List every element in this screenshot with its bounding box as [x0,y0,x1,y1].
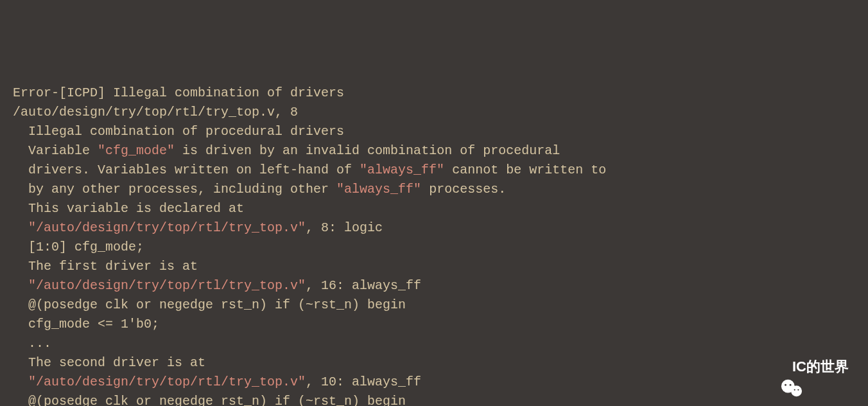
svg-point-4 [794,389,795,390]
highlighted-text: "/auto/design/try/top/rtl/try_top.v" [28,375,306,389]
highlighted-text: "/auto/design/try/top/rtl/try_top.v" [28,278,306,293]
highlighted-text: "always_ff" [360,163,444,177]
terminal-output: Error-[ICPD] Illegal combination of driv… [13,84,855,406]
highlighted-text: "cfg_mode" [98,143,175,158]
watermark-label: IC的世界 [792,356,849,377]
svg-point-1 [792,385,803,396]
svg-point-3 [790,384,792,385]
watermark: IC的世界 [765,356,849,377]
highlighted-text: "always_ff" [336,182,421,197]
wechat-icon [765,357,787,376]
svg-point-5 [798,389,799,390]
svg-point-2 [785,384,787,385]
highlighted-text: "/auto/design/try/top/rtl/try_top.v" [28,220,306,235]
